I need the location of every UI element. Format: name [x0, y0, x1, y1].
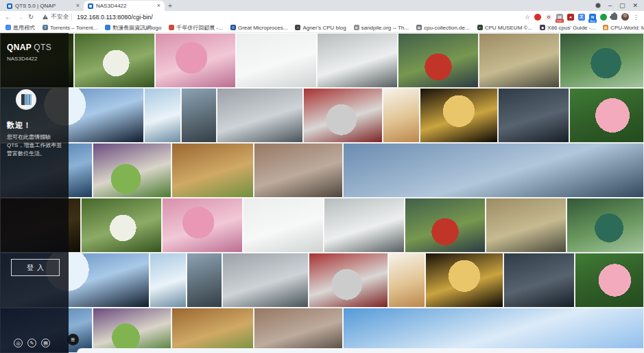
photo-tile-bw-rocky-waves[interactable]: [324, 198, 405, 253]
photo-tile-red-tractor-meadow[interactable]: [405, 198, 486, 253]
photo-tile-eggplant-veggie-dish[interactable]: [93, 308, 171, 353]
chip-icon: ▦: [416, 25, 422, 30]
photo-tile-coastline-panorama[interactable]: [343, 143, 644, 198]
pointer-icon[interactable]: ✎: [27, 339, 36, 348]
bookmark-item-1[interactable]: ∷應用程式: [5, 24, 35, 32]
bookmark-label: 千年併行回顧展 -...: [176, 24, 223, 32]
photo-tile-dusk-intersection[interactable]: [486, 198, 567, 253]
red-circle-extension-icon[interactable]: [534, 14, 541, 21]
tab-2[interactable]: NAS3D4422×: [84, 1, 165, 11]
translate-extension-icon[interactable]: 文: [578, 14, 585, 21]
photo-tile-misty-harbor-boats[interactable]: [236, 33, 317, 88]
tab-list: QTS 5.0 | QNAP×NAS3D4422×: [3, 0, 165, 11]
museum-icon: ▪: [477, 25, 483, 30]
minimize-button[interactable]: –: [608, 3, 612, 9]
photo-tile-race-car-red-room[interactable]: [309, 253, 388, 308]
device-name: NAS3D4422: [7, 56, 37, 62]
photo-tile-red-tractor-meadow[interactable]: [398, 33, 479, 88]
photo-tile-canal-warehouses[interactable]: [217, 88, 303, 143]
photo-tile-ice-cream-cone[interactable]: [383, 88, 420, 143]
photo-tile-white-cyclamen[interactable]: [74, 33, 155, 88]
photo-tile-curry-veggie-dish[interactable]: [171, 308, 254, 353]
photo-tile-winter-harbor-boat[interactable]: [144, 88, 181, 143]
security-chip[interactable]: 不安全: [43, 13, 72, 21]
address-url[interactable]: 192.168.0.113:8080/cgi-bin/: [77, 14, 153, 21]
bookmark-item-7[interactable]: ⊕sandpile.org -- Th...: [354, 25, 409, 31]
login-button[interactable]: 登入: [11, 259, 60, 276]
tab-close-icon[interactable]: ×: [76, 3, 80, 9]
photo-wall-menu-button[interactable]: ≡: [67, 334, 79, 345]
profile-avatar[interactable]: [621, 13, 629, 21]
badged-extension-icon[interactable]: M8345: [556, 14, 563, 21]
bookmark-item-6[interactable]: ~Agner's CPU blog: [295, 25, 346, 31]
bookmark-star-icon[interactable]: ☆: [525, 14, 530, 21]
close-button[interactable]: ✕: [632, 3, 638, 9]
dot-circle-icon[interactable]: ◎: [14, 339, 23, 348]
photo-tile-pink-rose[interactable]: [569, 88, 644, 143]
photo-row-3: [0, 143, 644, 198]
photo-tile-race-car-red-room[interactable]: [303, 88, 383, 143]
new-badge-extension-icon[interactable]: NNew: [589, 14, 596, 21]
red-square-extension-icon[interactable]: ●: [567, 14, 574, 21]
photo-tile-blue-sky-panorama[interactable]: [343, 308, 644, 353]
bookmark-item-5[interactable]: GGreat Microproces...: [230, 25, 287, 31]
photo-tile-bw-rocky-waves[interactable]: [317, 33, 398, 88]
photo-tile-winter-harbor-boat[interactable]: [150, 253, 187, 308]
browser-window: QTS 5.0 | QNAP×NAS3D4422× + – ▢ ✕ ← → ↻ …: [0, 0, 644, 353]
browser-menu-icon[interactable]: ⋮: [633, 14, 639, 21]
bookmark-item-4[interactable]: 千年併行回顧展 -...: [169, 24, 223, 32]
signature-icon: ~: [295, 25, 300, 30]
maximize-button[interactable]: ▢: [619, 3, 625, 9]
photo-tile-rainy-night-window[interactable]: [503, 253, 575, 308]
photo-tile-curry-veggie-dish[interactable]: [171, 143, 254, 198]
bookmark-item-3[interactable]: 動漫長圖資訊網logo: [105, 24, 161, 32]
back-icon[interactable]: ←: [5, 14, 12, 21]
photo-tile-rainy-night-window[interactable]: [498, 88, 569, 143]
blue-site-icon: [105, 25, 110, 30]
sidebar-footer-icons: ◎✎▤: [14, 339, 50, 348]
photo-tile-night-carousel[interactable]: [420, 88, 498, 143]
photo-tile-white-cyclamen[interactable]: [81, 198, 162, 253]
product-name: QTS: [34, 43, 51, 52]
forward-icon[interactable]: →: [16, 14, 23, 21]
red-train-icon: [169, 25, 174, 30]
extensions-puzzle-icon[interactable]: [611, 14, 617, 20]
photo-tile-pink-blossoms[interactable]: [162, 198, 243, 253]
bookmark-item-11[interactable]: ▦CPU-World: Micro...: [603, 25, 644, 31]
photo-tile-eggplant-veggie-dish[interactable]: [93, 143, 171, 198]
bookmark-label: sandpile.org -- Th...: [361, 25, 409, 31]
login-sidebar: QNAPQTS NAS3D4422 歡迎！ 您可在此盡情體驗QTS，增進工作效率…: [0, 33, 69, 353]
photo-tile-breakwater-posts[interactable]: [187, 253, 222, 308]
reload-icon[interactable]: ↻: [28, 14, 34, 21]
bookmark-item-9[interactable]: ▪CPU MUSEUM ©...: [477, 25, 532, 31]
photo-tile-pink-blossoms[interactable]: [155, 33, 236, 88]
bookmark-label: CPU MUSEUM ©...: [485, 25, 532, 31]
bottom-sheet: [77, 348, 644, 353]
photo-tile-misty-harbor-boats[interactable]: [243, 198, 324, 253]
warning-icon: [43, 14, 48, 19]
red-ring-extension-icon[interactable]: O: [545, 14, 552, 21]
torrent-icon: Y: [43, 25, 48, 30]
extension-list: OM8345●文NNew: [534, 14, 607, 21]
photo-tile-brick-warehouse-canal[interactable]: [254, 308, 343, 353]
bookmark-label: X86 cpus' Guide -...: [547, 25, 595, 31]
photo-tile-canal-warehouses[interactable]: [222, 253, 309, 308]
photo-tile-heart-terraced-fields[interactable]: [567, 198, 644, 253]
photo-tile-breakwater-posts[interactable]: [181, 88, 217, 143]
tab-close-icon[interactable]: ×: [157, 3, 160, 9]
bookmark-item-10[interactable]: ◆X86 cpus' Guide -...: [540, 25, 595, 31]
bookmark-list: ∷應用程式YTorrents – Torrent...動漫長圖資訊網logo千年…: [5, 24, 644, 32]
new-tab-button[interactable]: +: [165, 1, 176, 11]
photo-tile-heart-terraced-fields[interactable]: [560, 33, 644, 88]
green-circle-extension-icon[interactable]: [600, 14, 607, 21]
tab-title: QTS 5.0 | QNAP: [15, 3, 73, 9]
photo-tile-ice-cream-cone[interactable]: [388, 253, 425, 308]
grid-circle-icon[interactable]: ▤: [41, 339, 50, 348]
bookmark-item-2[interactable]: YTorrents – Torrent...: [43, 25, 97, 31]
bookmark-item-8[interactable]: ▦cpu-collection.de...: [416, 25, 470, 31]
photo-tile-dusk-intersection[interactable]: [479, 33, 560, 88]
tab-1[interactable]: QTS 5.0 | QNAP×: [3, 1, 84, 11]
photo-tile-pink-rose[interactable]: [575, 253, 644, 308]
photo-tile-brick-warehouse-canal[interactable]: [254, 143, 343, 198]
photo-tile-night-carousel[interactable]: [425, 253, 503, 308]
